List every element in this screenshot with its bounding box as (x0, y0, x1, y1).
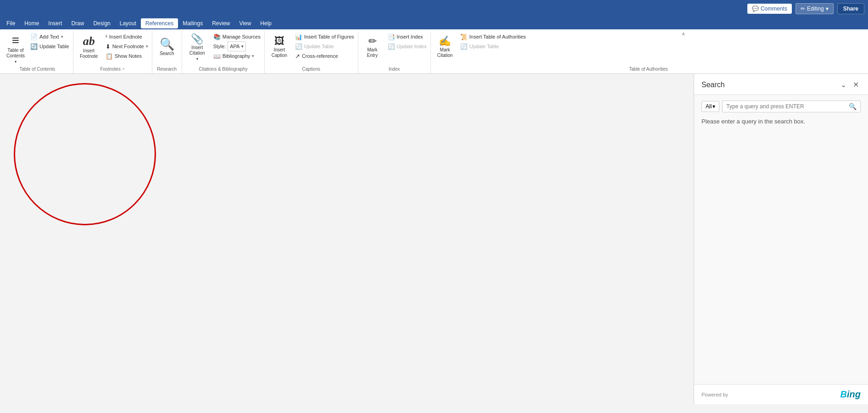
update-index-button: 🔄 Update Index (386, 42, 428, 51)
add-text-button[interactable]: 📄 Add Text ▾ (28, 32, 71, 41)
search-panel-body: All ▾ 🔍 Please enter a query in the sear… (694, 95, 868, 384)
search-panel-header: Search ⌄ ✕ (694, 74, 868, 95)
insert-citation-arrow: ▾ (196, 57, 198, 61)
citations-stack: 📚 Manage Sources Style: APA ▾ 📖 Bibliogr… (211, 32, 262, 61)
share-button[interactable]: Share (837, 3, 864, 14)
manage-sources-button[interactable]: 📚 Manage Sources (211, 32, 262, 41)
insert-citation-icon: 📎 (191, 34, 203, 44)
insert-footnote-button[interactable]: ab InsertFootnote (75, 32, 103, 62)
captions-stack: 📊 Insert Table of Figures 🔄 Update Table… (293, 32, 356, 61)
next-footnote-button[interactable]: ⬇ Next Footnote ▾ (104, 42, 150, 51)
menu-item-insert[interactable]: Insert (44, 18, 67, 28)
toc-group-content: ≡ Table ofContents ▾ 📄 Add Text ▾ 🔄 Upda… (4, 31, 71, 66)
comments-label: Comments (761, 6, 787, 12)
insert-index-icon: 📑 (388, 33, 395, 40)
menu-item-file[interactable]: File (2, 18, 20, 28)
update-table-button[interactable]: 🔄 Update Table (28, 42, 71, 51)
authorities-group-content: ✍ MarkCitation 📜 Insert Table of Authori… (433, 31, 864, 66)
search-panel-controls: ⌄ ✕ (839, 79, 861, 90)
insert-caption-label: InsertCaption (272, 47, 287, 58)
update-table-auth-button: 🔄 Update Table (458, 42, 528, 51)
captions-group-content: 🖼 InsertCaption 📊 Insert Table of Figure… (267, 31, 356, 66)
toc-icon: ≡ (12, 34, 19, 47)
search-button[interactable]: 🔍 Search (154, 32, 180, 62)
group-citations: 📎 InsertCitation ▾ 📚 Manage Sources Styl… (182, 31, 265, 73)
menu-item-home[interactable]: Home (20, 18, 44, 28)
insert-caption-button[interactable]: 🖼 InsertCaption (267, 32, 292, 62)
menu-item-help[interactable]: Help (256, 18, 276, 28)
bing-logo: Bing (840, 389, 861, 400)
comment-icon: 💬 (752, 6, 759, 12)
update-table-icon: 🔄 (30, 43, 38, 50)
menu-item-review[interactable]: Review (207, 18, 234, 28)
bibliography-icon: 📖 (213, 53, 221, 60)
annotation-circle (14, 83, 156, 225)
table-of-contents-button[interactable]: ≡ Table ofContents ▾ (4, 32, 28, 66)
mark-citation-icon: ✍ (439, 36, 451, 46)
citations-group-name: Citations & Bibliography (199, 67, 247, 72)
mark-citation-button[interactable]: ✍ MarkCitation (433, 32, 457, 62)
cross-reference-button[interactable]: ↗ Cross-reference (293, 51, 356, 61)
group-table-of-contents: ≡ Table ofContents ▾ 📄 Add Text ▾ 🔄 Upda… (2, 31, 73, 73)
next-footnote-arrow: ▾ (146, 44, 148, 49)
search-panel-close-button[interactable]: ✕ (851, 79, 861, 90)
next-footnote-icon: ⬇ (106, 43, 111, 50)
main-area: Search ⌄ ✕ All ▾ 🔍 Please enter a query … (0, 74, 868, 404)
captions-group-name: Captions (302, 67, 320, 72)
index-group-name: Index (389, 67, 400, 72)
search-type-chevron: ▾ (712, 103, 715, 110)
authorities-group-label: Table of Authorities (433, 66, 864, 73)
mark-citation-label: MarkCitation (437, 47, 453, 58)
collapse-ribbon-button[interactable]: ∧ (680, 30, 687, 37)
insert-endnote-button[interactable]: ¹ Insert Endnote (104, 32, 150, 41)
search-label: Search (160, 51, 174, 56)
menu-bar: File Home Insert Draw Design Layout Refe… (0, 17, 868, 29)
bibliography-button[interactable]: 📖 Bibliography ▾ (211, 51, 262, 61)
editing-button[interactable]: ✏ Editing ▾ (796, 3, 834, 14)
captions-group-label: Captions (267, 66, 356, 73)
toc-label: Table ofContents (6, 48, 25, 59)
insert-table-figures-button[interactable]: 📊 Insert Table of Figures (293, 32, 356, 41)
insert-table-figures-icon: 📊 (295, 33, 302, 40)
footnotes-group-content: ab InsertFootnote ¹ Insert Endnote ⬇ Nex… (75, 31, 150, 66)
next-footnote-label: Next Footnote (112, 44, 144, 49)
update-table-cap-button: 🔄 Update Table (293, 42, 356, 51)
group-table-authorities: ✍ MarkCitation 📜 Insert Table of Authori… (431, 31, 866, 73)
mark-entry-button[interactable]: ✏ MarkEntry (360, 32, 385, 62)
editing-label: Editing (807, 6, 824, 12)
add-text-label: Add Text (39, 34, 59, 39)
show-notes-button[interactable]: 📋 Show Notes (104, 51, 150, 61)
insert-citation-label: InsertCitation (189, 45, 205, 56)
bibliography-arrow: ▾ (252, 54, 254, 58)
mark-entry-label: MarkEntry (367, 47, 378, 58)
update-table-auth-icon: 🔄 (460, 43, 467, 50)
search-type-label: All (706, 103, 712, 110)
insert-footnote-icon: ab (83, 35, 95, 47)
search-submit-button[interactable]: 🔍 (849, 103, 857, 110)
menu-item-draw[interactable]: Draw (67, 18, 89, 28)
update-index-label: Update Index (397, 44, 427, 49)
search-input[interactable] (726, 103, 849, 110)
menu-item-mailings[interactable]: Mailings (178, 18, 207, 28)
insert-citation-button[interactable]: 📎 InsertCitation ▾ (184, 32, 211, 63)
menu-item-design[interactable]: Design (89, 18, 115, 28)
comments-button[interactable]: 💬 Comments (747, 4, 792, 14)
show-notes-label: Show Notes (115, 53, 142, 59)
cross-reference-icon: ↗ (295, 53, 300, 60)
insert-index-button[interactable]: 📑 Insert Index (386, 32, 428, 41)
toc-stack: 📄 Add Text ▾ 🔄 Update Table (28, 32, 71, 51)
toc-arrow: ▾ (15, 60, 17, 64)
document-area[interactable] (0, 74, 694, 404)
menu-item-view[interactable]: View (235, 18, 256, 28)
style-select[interactable]: APA ▾ (228, 41, 246, 51)
style-row[interactable]: Style: APA ▾ (211, 42, 262, 51)
insert-table-authorities-button[interactable]: 📜 Insert Table of Authorities (458, 32, 528, 41)
search-type-button[interactable]: All ▾ (701, 101, 719, 112)
manage-sources-icon: 📚 (213, 33, 221, 40)
menu-item-layout[interactable]: Layout (115, 18, 141, 28)
menu-item-references[interactable]: References (141, 18, 178, 28)
footnotes-expand-icon[interactable]: ↗ (122, 67, 125, 71)
toc-group-name: Table of Contents (19, 67, 55, 72)
cross-reference-label: Cross-reference (302, 53, 338, 59)
search-panel-collapse-button[interactable]: ⌄ (839, 79, 848, 90)
